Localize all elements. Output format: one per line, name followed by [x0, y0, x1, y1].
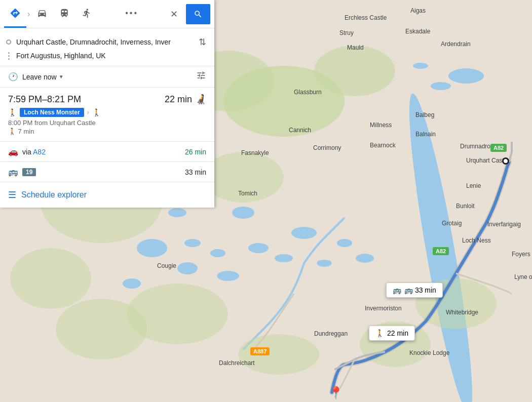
- leave-now-label: Leave now: [22, 73, 57, 81]
- svg-point-23: [203, 152, 284, 203]
- car-icon: 🚗: [8, 147, 18, 156]
- route-duration: 22 min 🧑‍🦼: [165, 94, 206, 105]
- bus-icon: 🚌: [8, 167, 18, 177]
- walk-callout-icon: 🚶: [375, 329, 384, 337]
- svg-point-28: [10, 248, 91, 309]
- bus-callout-icon: 🚌: [393, 286, 401, 294]
- route-detail-line2: 🚶 7 min: [8, 128, 206, 135]
- route-detail-line1: 8:00 PM from Urquhart Castle: [8, 119, 206, 127]
- clock-icon: 🕐: [8, 72, 18, 82]
- via-label: via A82: [22, 148, 181, 156]
- dest-row: [6, 52, 208, 60]
- route-header: 7:59 PM–8:21 PM 22 min 🧑‍🦼: [8, 94, 206, 105]
- bus-number-badge: 19: [22, 168, 36, 176]
- leave-now-caret: ▼: [59, 74, 64, 79]
- car-route[interactable]: 🚗 via A82 26 min: [0, 142, 214, 162]
- svg-point-3: [177, 262, 198, 274]
- transit-badge: Loch Ness Monster: [20, 108, 84, 117]
- svg-point-18: [413, 63, 428, 69]
- leave-now-button[interactable]: Leave now ▼: [22, 73, 64, 81]
- svg-point-2: [137, 239, 167, 257]
- menu-icon: ☰: [8, 189, 16, 200]
- svg-point-5: [123, 278, 141, 289]
- nav-chevron: ›: [27, 10, 30, 19]
- route-steps: 🚶 Loch Ness Monster › 🚶: [8, 108, 206, 117]
- car-duration: 26 min: [185, 148, 206, 156]
- filter-options-button[interactable]: [196, 70, 206, 83]
- destination-input[interactable]: [16, 52, 208, 60]
- svg-point-17: [431, 82, 451, 90]
- walk-end-icon: 🚶: [92, 108, 101, 116]
- bus-route[interactable]: 🚌 19 33 min: [0, 162, 214, 182]
- svg-point-10: [275, 254, 293, 262]
- a82-sign-top: A82: [490, 144, 507, 152]
- svg-point-16: [448, 68, 484, 84]
- duration-icon: 🧑‍🦼: [195, 94, 206, 105]
- step-arrow: ›: [87, 109, 89, 116]
- bus-callout-time: 🚌 33 min: [404, 286, 436, 294]
- swap-button[interactable]: ⇅: [197, 34, 208, 50]
- tab-walk[interactable]: [75, 0, 98, 28]
- tab-more[interactable]: •••: [98, 0, 166, 28]
- a887-sign: A887: [250, 347, 270, 355]
- schedule-explorer-label: Schedule explorer: [21, 190, 87, 199]
- walk-callout-time: 22 min: [387, 329, 408, 337]
- svg-point-8: [248, 243, 269, 253]
- svg-point-13: [337, 239, 352, 247]
- a82-sign-mid: A82: [433, 247, 449, 255]
- walk-callout: 🚶 22 min: [369, 326, 415, 341]
- schedule-explorer[interactable]: ☰ Schedule explorer: [0, 182, 214, 208]
- svg-point-9: [291, 227, 317, 239]
- walk-start-icon: 🚶: [8, 108, 17, 116]
- close-button[interactable]: ✕: [166, 6, 182, 22]
- svg-point-7: [184, 239, 201, 247]
- bus-duration: 33 min: [185, 168, 206, 176]
- route-dots: [6, 52, 11, 60]
- svg-point-20: [314, 46, 395, 96]
- svg-point-27: [56, 299, 147, 359]
- route-time: 7:59 PM–8:21 PM: [8, 94, 81, 105]
- origin-row: ⇅: [6, 34, 208, 50]
- svg-point-14: [356, 254, 374, 263]
- routes-list: 7:59 PM–8:21 PM 22 min 🧑‍🦼 🚶 Loch Ness M…: [0, 88, 214, 182]
- search-button[interactable]: [186, 4, 210, 24]
- origin-marker: [502, 157, 509, 165]
- svg-point-12: [168, 208, 186, 217]
- top-nav: › ••• ✕: [0, 0, 214, 28]
- tab-directions[interactable]: [4, 0, 26, 28]
- svg-point-11: [232, 207, 254, 219]
- origin-dot: [6, 39, 11, 45]
- origin-input[interactable]: [16, 38, 197, 46]
- leave-now-row: 🕐 Leave now ▼: [0, 66, 214, 88]
- svg-point-6: [217, 271, 239, 281]
- directions-panel: › ••• ✕ ⇅: [0, 0, 214, 208]
- bus-callout: 🚌 🚌 33 min: [386, 283, 443, 298]
- svg-point-15: [317, 260, 332, 267]
- route-inputs: ⇅: [0, 28, 214, 66]
- tab-car[interactable]: [31, 0, 53, 28]
- svg-point-4: [210, 249, 225, 257]
- dest-marker: 📍: [328, 386, 344, 400]
- more-dots: •••: [125, 9, 138, 18]
- featured-transit-route[interactable]: 7:59 PM–8:21 PM 22 min 🧑‍🦼 🚶 Loch Ness M…: [0, 88, 214, 142]
- duration-value: 22 min: [165, 94, 192, 105]
- tab-transit[interactable]: [53, 0, 75, 28]
